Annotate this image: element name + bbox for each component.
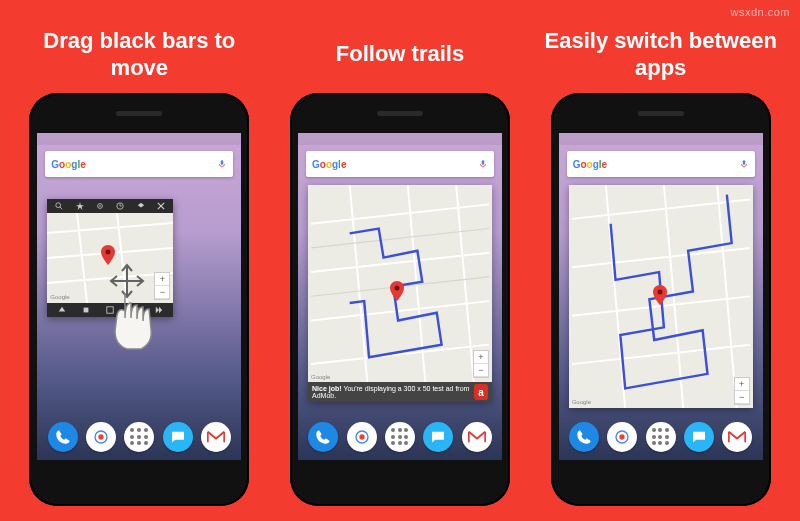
map-pin-icon: [101, 245, 115, 265]
zoom-in-button[interactable]: +: [474, 351, 488, 364]
gmail-app-icon[interactable]: [462, 422, 492, 452]
status-bar: [559, 133, 763, 145]
camera-app-icon[interactable]: [607, 422, 637, 452]
phone-mockup: Google + − Google: [290, 93, 510, 506]
svg-point-49: [359, 434, 364, 439]
phone-screen: Google: [37, 133, 241, 460]
panel-title: Follow trails: [330, 15, 470, 93]
dock: [37, 414, 241, 460]
search-bar[interactable]: Google: [567, 151, 755, 177]
dock: [559, 414, 763, 460]
search-bar[interactable]: Google: [45, 151, 233, 177]
map-attribution: Google: [50, 294, 69, 300]
panel-3: Easily switch between apps Google: [536, 15, 785, 506]
phone-app-icon[interactable]: [569, 422, 599, 452]
close-icon[interactable]: [157, 202, 165, 210]
panel-title: Drag black bars to move: [15, 15, 264, 93]
status-bar: [37, 133, 241, 145]
phone-app-icon[interactable]: [48, 422, 78, 452]
mic-icon[interactable]: [478, 158, 488, 170]
panel-1: Drag black bars to move Google: [15, 15, 264, 506]
overlay-toolbar-top[interactable]: [47, 199, 173, 213]
svg-rect-0: [221, 161, 224, 166]
phone-speaker: [377, 111, 423, 116]
svg-point-63: [657, 290, 662, 295]
search-icon[interactable]: [55, 202, 63, 210]
svg-rect-35: [482, 161, 485, 166]
svg-rect-21: [84, 308, 89, 313]
ad-text: Nice job! You're displaying a 300 x 50 t…: [312, 385, 474, 399]
phone-screen: Google + − Google: [559, 133, 763, 460]
phone-mockup: Google + − Google: [551, 93, 771, 506]
up-icon[interactable]: [58, 306, 66, 314]
map-attribution: Google: [311, 374, 330, 380]
stop-icon[interactable]: [82, 306, 90, 314]
drag-hand-icon: [97, 263, 177, 353]
clock-icon[interactable]: [116, 202, 124, 210]
zoom-control[interactable]: + −: [473, 350, 489, 378]
app-drawer-button[interactable]: [646, 422, 676, 452]
google-logo: Google: [51, 159, 85, 170]
gmail-app-icon[interactable]: [722, 422, 752, 452]
svg-point-65: [620, 434, 625, 439]
admob-badge-icon: a: [474, 384, 488, 400]
phone-app-icon[interactable]: [308, 422, 338, 452]
panel-title: Easily switch between apps: [536, 15, 785, 93]
map-pin-icon: [653, 285, 667, 305]
mic-icon[interactable]: [217, 158, 227, 170]
app-drawer-button[interactable]: [124, 422, 154, 452]
zoom-out-button[interactable]: −: [474, 364, 488, 377]
svg-rect-53: [742, 161, 745, 166]
camera-app-icon[interactable]: [86, 422, 116, 452]
gmail-app-icon[interactable]: [201, 422, 231, 452]
dock: [298, 414, 502, 460]
messages-app-icon[interactable]: [423, 422, 453, 452]
phone-screen: Google + − Google: [298, 133, 502, 460]
phone-mockup: Google: [29, 93, 249, 506]
app-drawer-button[interactable]: [385, 422, 415, 452]
svg-marker-10: [138, 203, 144, 208]
search-bar[interactable]: Google: [306, 151, 494, 177]
google-logo: Google: [312, 159, 346, 170]
panel-2: Follow trails Google: [276, 15, 525, 506]
layers-icon[interactable]: [137, 202, 145, 210]
messages-app-icon[interactable]: [163, 422, 193, 452]
svg-point-6: [99, 205, 101, 207]
messages-app-icon[interactable]: [684, 422, 714, 452]
svg-point-47: [395, 286, 400, 291]
svg-marker-20: [58, 307, 64, 312]
status-bar: [298, 133, 502, 145]
zoom-in-button[interactable]: +: [735, 378, 749, 391]
camera-app-icon[interactable]: [347, 422, 377, 452]
target-icon[interactable]: [96, 202, 104, 210]
map-view[interactable]: + − Google: [569, 185, 753, 408]
google-logo: Google: [573, 159, 607, 170]
ad-banner[interactable]: Nice job! You're displaying a 300 x 50 t…: [308, 382, 492, 402]
mic-icon[interactable]: [739, 158, 749, 170]
panels-container: Drag black bars to move Google: [15, 15, 785, 506]
svg-marker-4: [76, 202, 84, 210]
phone-speaker: [638, 111, 684, 116]
watermark: wsxdn.com: [730, 6, 790, 18]
svg-point-31: [98, 434, 103, 439]
map-view[interactable]: + − Google Nice job! You're displaying a…: [308, 185, 492, 402]
phone-speaker: [116, 111, 162, 116]
star-icon[interactable]: [76, 202, 84, 210]
svg-point-19: [106, 250, 111, 255]
map-attribution: Google: [572, 399, 591, 405]
map-pin-icon: [390, 281, 404, 301]
zoom-out-button[interactable]: −: [735, 391, 749, 404]
svg-line-3: [60, 207, 62, 209]
zoom-control[interactable]: + −: [734, 377, 750, 405]
